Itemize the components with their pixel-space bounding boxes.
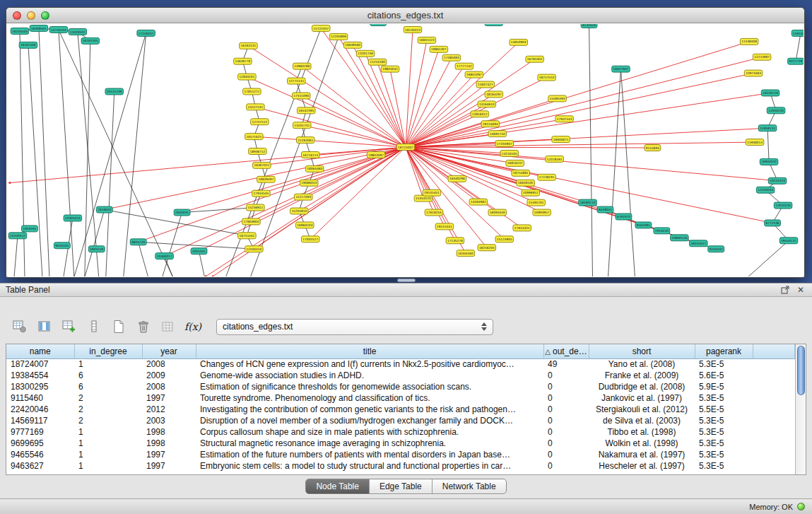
- graph-node[interactable]: 17618254: [425, 209, 443, 216]
- cell-pagerank[interactable]: 5.6E-5: [695, 370, 753, 381]
- graph-node[interactable]: 17851271: [243, 88, 261, 95]
- graph-edge[interactable]: [247, 77, 406, 147]
- column-header[interactable]: pagerank: [695, 344, 753, 358]
- graph-node[interactable]: 10305010: [64, 215, 82, 221]
- graph-node[interactable]: 12504410: [245, 246, 264, 252]
- graph-node[interactable]: 17551090: [292, 93, 310, 99]
- graph-node[interactable]: 18164297: [485, 91, 503, 98]
- cell-out_degree[interactable]: 0: [543, 460, 589, 472]
- table-mode-button[interactable]: [10, 317, 30, 337]
- graph-edge[interactable]: [608, 69, 620, 276]
- cell-pagerank[interactable]: 5.3E-5: [695, 415, 753, 426]
- graph-node[interactable]: 17005527: [301, 236, 319, 243]
- graph-edge[interactable]: [406, 66, 464, 147]
- import-table-button[interactable]: [158, 317, 178, 337]
- graph-edge[interactable]: [748, 240, 789, 276]
- cell-title[interactable]: Changes of HCN gene expression and I(f) …: [196, 358, 543, 370]
- cell-name[interactable]: 19384554: [6, 370, 74, 381]
- graph-node[interactable]: 16841097: [465, 71, 483, 78]
- graph-node[interactable]: 15910338: [792, 30, 804, 36]
- cell-short[interactable]: de Silva et al. (2003): [589, 415, 695, 426]
- graph-node[interactable]: 14850903: [510, 39, 528, 45]
- cell-title[interactable]: Estimation of the future numbers of pati…: [196, 449, 543, 460]
- cell-in_degree[interactable]: 1: [74, 449, 142, 460]
- graph-node[interactable]: 20890126: [671, 235, 689, 241]
- cell-out_degree[interactable]: 0: [543, 449, 589, 460]
- cell-in_degree[interactable]: 1: [74, 438, 142, 449]
- graph-node[interactable]: 14527531: [247, 104, 265, 110]
- graph-node[interactable]: 12775141: [287, 78, 305, 84]
- graph-node[interactable]: 6772536: [765, 220, 781, 226]
- graph-node[interactable]: 17485083: [442, 54, 461, 61]
- graph-edge[interactable]: [106, 91, 114, 276]
- graph-node[interactable]: 16647947: [612, 66, 630, 72]
- cell-name[interactable]: 9115460: [6, 392, 74, 404]
- graph-edge[interactable]: [589, 25, 593, 276]
- graph-node[interactable]: 7919240: [654, 228, 670, 234]
- table-row[interactable]: 911546021997Tourette syndrome. Phenomeno…: [6, 392, 795, 404]
- cell-in_degree[interactable]: 1: [74, 426, 142, 438]
- graph-edge[interactable]: [59, 30, 173, 276]
- graph-node[interactable]: 3005501: [191, 248, 207, 255]
- graph-node[interactable]: 14695750: [488, 131, 507, 137]
- graph-node[interactable]: 16204503: [11, 28, 29, 34]
- graph-node[interactable]: 18724007: [396, 144, 415, 151]
- table-chooser-dropdown[interactable]: citations_edges.txt: [216, 319, 493, 335]
- graph-node[interactable]: 16649560: [343, 42, 362, 48]
- cell-year[interactable]: 2008: [142, 358, 196, 370]
- graph-node[interactable]: 11930230: [767, 107, 785, 114]
- graph-node[interactable]: 18936712: [249, 148, 267, 155]
- graph-node[interactable]: 16960203: [295, 222, 314, 228]
- graph-node[interactable]: 15495701: [527, 199, 546, 206]
- graph-node[interactable]: 10360017: [155, 253, 174, 259]
- cell-short[interactable]: Hescheler et al. (1997): [589, 460, 695, 472]
- graph-edge[interactable]: [796, 33, 801, 62]
- cell-out_degree[interactable]: 49: [543, 358, 589, 370]
- graph-node[interactable]: 14636778: [234, 58, 252, 64]
- graph-edge[interactable]: [302, 125, 406, 147]
- graph-node[interactable]: 16440298: [448, 175, 466, 182]
- cell-short[interactable]: Nakamura et al. (1997): [589, 449, 695, 460]
- graph-node[interactable]: 13201741: [293, 122, 311, 129]
- cell-pagerank[interactable]: 5.9E-5: [695, 381, 753, 392]
- graph-node[interactable]: 15205810: [290, 208, 308, 214]
- cell-year[interactable]: 1997: [142, 392, 196, 404]
- graph-node[interactable]: 19450137: [779, 238, 798, 244]
- graph-node[interactable]: 17804904: [242, 218, 261, 225]
- graph-node[interactable]: 17135278: [446, 238, 464, 244]
- graph-edge[interactable]: [321, 28, 406, 147]
- graph-node[interactable]: 15256911: [247, 204, 265, 211]
- graph-node[interactable]: 19245027: [689, 240, 707, 247]
- graph-node[interactable]: 2640031: [174, 209, 190, 216]
- table-row[interactable]: 1456911722003Disruption of a novel membe…: [6, 415, 795, 426]
- graph-node[interactable]: 6791970: [616, 214, 632, 220]
- cell-out_degree[interactable]: 0: [543, 370, 589, 381]
- new-table-button[interactable]: [109, 317, 129, 337]
- graph-node[interactable]: 15495493: [548, 95, 567, 102]
- cell-in_degree[interactable]: 2: [74, 392, 142, 404]
- graph-node[interactable]: 16282505: [81, 37, 100, 44]
- cell-in_degree[interactable]: 6: [74, 370, 142, 381]
- graph-node[interactable]: 19803042: [381, 66, 399, 72]
- cell-year[interactable]: 1997: [142, 449, 196, 460]
- cell-short[interactable]: Jankovic et al. (1997): [589, 392, 695, 404]
- graph-node[interactable]: 15958013: [746, 139, 764, 146]
- cell-title[interactable]: Disruption of a novel member of a sodium…: [196, 415, 543, 426]
- table-row[interactable]: 969969511998Structural magnetic resonanc…: [6, 438, 795, 449]
- graph-edge[interactable]: [165, 147, 406, 256]
- graph-node[interactable]: 8163042: [370, 24, 387, 25]
- table-row[interactable]: 1938455462009Genome-wide association stu…: [6, 370, 795, 381]
- cell-name[interactable]: 9463627: [6, 460, 74, 472]
- cell-name[interactable]: 18300295: [6, 381, 74, 392]
- graph-node[interactable]: 12840201: [238, 74, 257, 80]
- graph-node[interactable]: 17238191: [538, 174, 556, 180]
- cell-in_degree[interactable]: 1: [74, 460, 142, 472]
- graph-edge[interactable]: [767, 128, 769, 162]
- graph-edge[interactable]: [406, 74, 753, 147]
- graph-node[interactable]: 16571625: [245, 134, 264, 140]
- close-panel-icon[interactable]: ✕: [795, 285, 806, 296]
- graph-node[interactable]: 14960288: [293, 63, 311, 69]
- graph-edge[interactable]: [406, 147, 652, 148]
- tab-node-table[interactable]: Node Table: [306, 479, 370, 493]
- graph-node[interactable]: 19861307: [430, 46, 448, 52]
